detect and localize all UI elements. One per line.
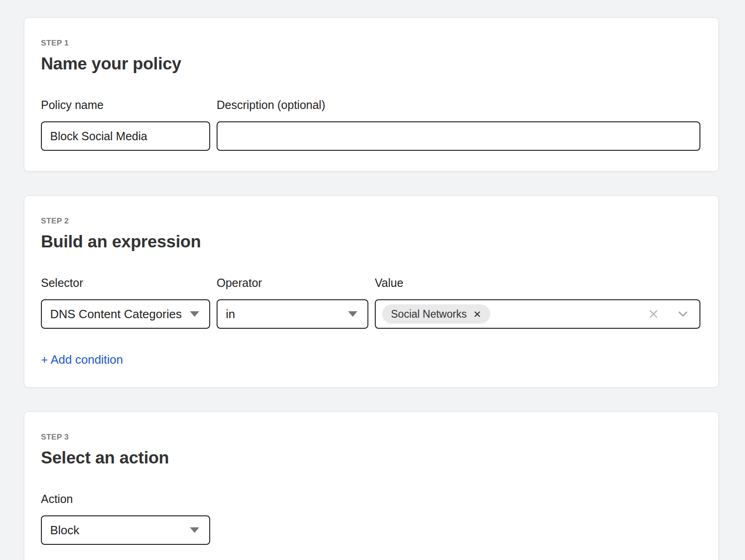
- action-label: Action: [41, 492, 210, 506]
- step3-label: STEP 3: [41, 433, 700, 442]
- step2-title: Build an expression: [41, 232, 700, 251]
- step2-label: STEP 2: [41, 217, 700, 226]
- step1-label: STEP 1: [41, 39, 700, 48]
- action-value: Block: [50, 523, 80, 537]
- policy-name-input[interactable]: [41, 121, 210, 151]
- step2-card: STEP 2 Build an expression Selector DNS …: [24, 195, 719, 388]
- chevron-down-icon[interactable]: [676, 307, 690, 321]
- value-tag-text: Social Networks: [391, 308, 467, 320]
- value-tag: Social Networks ✕: [382, 304, 490, 324]
- operator-dropdown[interactable]: in: [217, 299, 368, 329]
- caret-down-icon: [190, 527, 199, 533]
- selector-label: Selector: [41, 276, 210, 290]
- value-multiselect[interactable]: Social Networks ✕: [375, 299, 700, 329]
- description-input[interactable]: [217, 121, 700, 151]
- policy-builder-page: STEP 1 Name your policy Policy name Desc…: [0, 0, 745, 560]
- step1-title: Name your policy: [41, 54, 700, 74]
- add-condition-link[interactable]: + Add condition: [41, 353, 123, 367]
- operator-label: Operator: [217, 276, 368, 290]
- caret-down-icon: [190, 311, 199, 317]
- selector-dropdown[interactable]: DNS Content Categories: [41, 299, 210, 329]
- description-label: Description (optional): [217, 98, 700, 112]
- selector-value: DNS Content Categories: [50, 307, 182, 321]
- action-dropdown[interactable]: Block: [41, 515, 210, 545]
- clear-all-icon[interactable]: [647, 308, 660, 320]
- value-label: Value: [375, 276, 700, 290]
- policy-name-label: Policy name: [41, 98, 210, 112]
- step3-card: STEP 3 Select an action Action Block: [24, 411, 719, 560]
- step3-title: Select an action: [41, 448, 700, 468]
- step1-card: STEP 1 Name your policy Policy name Desc…: [24, 17, 719, 171]
- caret-down-icon: [348, 311, 357, 317]
- operator-value: in: [226, 307, 235, 321]
- tag-remove-icon[interactable]: ✕: [473, 309, 481, 319]
